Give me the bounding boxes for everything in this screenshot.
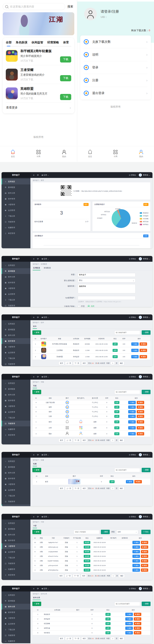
breadcrumb-item[interactable]: 软件盒子	[33, 381, 39, 383]
collapse-menu-icon[interactable]: ≡	[33, 454, 34, 456]
edit-button[interactable]: ✎ 修改	[132, 541, 140, 544]
sidebar-item-会员管理[interactable]: ◉会员管理	[2, 208, 30, 213]
delete-button[interactable]: ✖ 删除	[137, 401, 144, 404]
table-search-input[interactable]	[114, 468, 140, 472]
sidebar-item-下载记录[interactable]: ⇓下载记录	[2, 627, 30, 632]
delete-button[interactable]: ✖ 删除	[141, 555, 148, 558]
tab-经营策略[interactable]: 经营策略	[47, 41, 59, 46]
sidebar-item-软件管理[interactable]: ▦软件管理	[2, 538, 30, 543]
sidebar-item-应用首页[interactable]: ⌂应用首页	[2, 380, 30, 386]
sidebar-item-导航管理[interactable]: ◫导航管理	[2, 499, 30, 504]
pager-confirm-button[interactable]: 确定	[119, 574, 125, 578]
sidebar-item-基本配置[interactable]: ⚙基本配置	[2, 464, 30, 470]
console-link[interactable]: ◎ 控制台	[129, 516, 136, 518]
admin-user-menu[interactable]: 管理员 ⌄	[143, 174, 150, 176]
edit-button[interactable]: ✎ 修改	[125, 617, 133, 620]
sidebar-item-基本配置[interactable]: ⚙基本配置	[2, 526, 30, 532]
admin-user-menu[interactable]: 管理员 ⌄	[143, 376, 150, 378]
edit-button[interactable]: ✎ 修改	[131, 349, 139, 352]
sidebar-item-应用首页[interactable]: ⌂应用首页	[2, 520, 30, 526]
admin-avatar[interactable]	[139, 316, 142, 319]
tab-休闲益智[interactable]: 休闲益智	[32, 41, 43, 46]
edit-button[interactable]: ✎ 修改	[132, 564, 140, 567]
edit-button[interactable]: ✎ 修改	[132, 568, 140, 572]
admin-user-menu[interactable]: 管理员 ⌄	[143, 516, 150, 518]
sidebar-item-轮播管理[interactable]: ▭轮播管理	[2, 566, 30, 572]
breadcrumb-item[interactable]: 软件盒子	[33, 521, 39, 523]
sidebar-item-软件分类[interactable]: ▤软件分类	[2, 470, 30, 476]
sidebar-item-应用首页[interactable]: ⌂应用首页	[2, 592, 30, 598]
sidebar-item-会员管理[interactable]: ◉会员管理	[2, 487, 30, 493]
export-button[interactable]: ⇑ 导出	[141, 530, 150, 534]
edit-button[interactable]: ✎ 修改	[132, 550, 140, 553]
sidebar-item-基本配置[interactable]: ⚙基本配置	[2, 327, 30, 332]
login-register-link[interactable]: 请登录/注册	[101, 9, 119, 14]
table-search-input[interactable]	[114, 330, 140, 335]
edit-button[interactable]: ✎ 修改	[126, 480, 133, 483]
form-textarea[interactable]	[78, 284, 135, 293]
pager-goto-input[interactable]: 1	[111, 637, 115, 640]
pager-goto-input[interactable]: 1	[111, 574, 115, 578]
table-search-button[interactable]: ⌕ 搜索	[101, 530, 110, 534]
delete-button[interactable]: ✖ 删除	[137, 432, 144, 436]
sidebar-item-会员管理[interactable]: ◉会员管理	[2, 621, 30, 627]
pager-button[interactable]: 首页	[58, 486, 64, 490]
nav-item-我的[interactable]: 我的	[62, 150, 66, 158]
pager-button[interactable]: 尾页	[81, 438, 87, 442]
pager-button[interactable]: 尾页	[81, 486, 87, 490]
sidebar-item-软件分类[interactable]: ▤软件分类	[2, 274, 30, 280]
edit-button[interactable]: ✎ 修改	[128, 401, 136, 404]
pager-button[interactable]: 上一页	[65, 438, 72, 442]
sidebar-item-软件分类[interactable]: ▤软件分类	[2, 332, 30, 338]
add-button[interactable]: + 新增	[32, 468, 41, 472]
pager-confirm-button[interactable]: 确定	[119, 637, 124, 640]
app-menu[interactable]: ◉ 应用 ⌄	[42, 516, 49, 518]
sidebar-item-软件分类[interactable]: ▤软件分类	[2, 392, 30, 398]
sidebar-item-导航管理[interactable]: ◫导航管理	[2, 219, 30, 225]
app-menu[interactable]: ◉ 应用 ⌄	[42, 376, 49, 378]
admin-avatar[interactable]	[139, 453, 142, 456]
pager-button[interactable]: 下一页	[73, 438, 81, 442]
admin-avatar[interactable]	[139, 587, 142, 590]
sidebar-item-下载记录[interactable]: ⇓下载记录	[2, 297, 30, 303]
breadcrumb-item[interactable]: 软件盒子	[33, 180, 39, 181]
refresh-icon[interactable]: ⟳	[37, 516, 39, 518]
admin-avatar[interactable]	[139, 375, 142, 378]
sidebar-item-会员管理[interactable]: ◉会员管理	[2, 409, 30, 415]
table-search-button[interactable]: ⌕ 搜索	[142, 390, 150, 394]
sidebar-item-轮播管理[interactable]: ▭轮播管理	[2, 225, 30, 230]
sidebar-item-软件管理[interactable]: ▦软件管理	[2, 196, 30, 202]
sidebar-item-卡密管理[interactable]: ▣卡密管理	[2, 482, 30, 487]
download-button[interactable]: 下载	[60, 94, 71, 100]
edit-button[interactable]: ✎ 修改	[128, 406, 136, 409]
pager-button[interactable]: 首页	[58, 637, 64, 640]
nav-item-我的[interactable]: 我的	[139, 150, 143, 158]
table-search-input[interactable]	[73, 530, 99, 534]
edit-button[interactable]: ✎ 修改	[125, 626, 133, 630]
pager-button[interactable]: 尾页	[81, 574, 87, 578]
sidebar-item-应用首页[interactable]: ⌂应用首页	[2, 179, 30, 184]
menu-item-注册[interactable]: 注册›	[84, 74, 147, 87]
sidebar-item-单页管理[interactable]: ▯单页管理	[2, 230, 30, 236]
sidebar-item-会员管理[interactable]: ◉会员管理	[2, 291, 30, 297]
tab-轮播[interactable]: 轮播	[33, 462, 37, 466]
delete-button[interactable]: ✖ 删除	[141, 568, 148, 572]
admin-avatar[interactable]	[139, 257, 142, 260]
sidebar-item-卡密管理[interactable]: ▣卡密管理	[2, 615, 30, 621]
add-button[interactable]: + 新增	[32, 330, 41, 335]
delete-button[interactable]: ✖ 删除	[141, 564, 148, 567]
sidebar-item-轮播管理[interactable]: ▭轮播管理	[2, 504, 30, 506]
collapse-menu-icon[interactable]: ≡	[33, 258, 34, 260]
refresh-icon[interactable]: ⟳	[37, 376, 39, 378]
delete-button[interactable]: ✖ 删除	[137, 426, 144, 430]
pager-button[interactable]: 尾页	[81, 637, 87, 640]
pager-button[interactable]: 下一页	[73, 362, 81, 365]
pager-goto-input[interactable]: 1	[111, 439, 115, 442]
pager-button[interactable]: 下一页	[73, 574, 80, 578]
nav-item-首页[interactable]: 首页	[11, 150, 15, 158]
sidebar-item-卡密管理[interactable]: ▣卡密管理	[2, 286, 30, 291]
menu-item-登录[interactable]: 登录›	[84, 61, 147, 74]
tab-体育[interactable]: 体育	[63, 41, 69, 46]
edit-button[interactable]: ✎ 修改	[128, 426, 136, 430]
edit-button[interactable]: ✎ 修改	[125, 613, 133, 616]
